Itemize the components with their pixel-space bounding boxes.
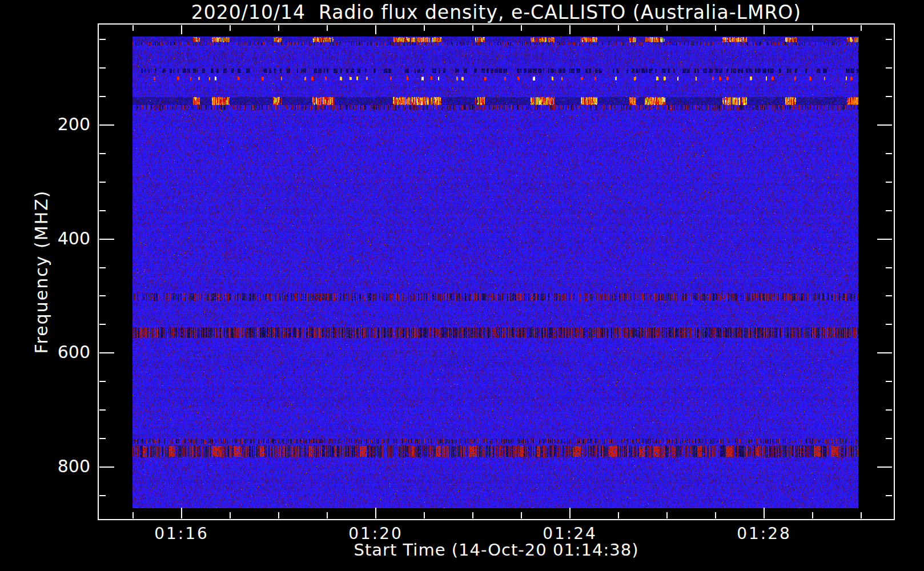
tick-mark bbox=[812, 512, 813, 518]
y-tick-label: 200 bbox=[23, 114, 90, 134]
tick-mark bbox=[715, 25, 716, 31]
tick-mark bbox=[877, 124, 892, 126]
tick-mark bbox=[99, 495, 106, 496]
tick-mark bbox=[99, 381, 106, 382]
tick-mark bbox=[99, 352, 114, 353]
tick-mark bbox=[375, 508, 376, 518]
tick-mark bbox=[618, 25, 619, 31]
tick-mark bbox=[877, 352, 892, 353]
tick-mark bbox=[99, 153, 106, 154]
tick-mark bbox=[181, 25, 182, 34]
tick-mark bbox=[327, 512, 328, 518]
tick-mark bbox=[99, 409, 106, 411]
tick-mark bbox=[715, 512, 716, 518]
tick-mark bbox=[327, 25, 328, 31]
tick-mark bbox=[521, 512, 522, 518]
tick-mark bbox=[618, 512, 619, 518]
tick-mark bbox=[132, 512, 134, 518]
tick-mark bbox=[861, 512, 862, 518]
plot-frame bbox=[98, 23, 895, 520]
tick-mark bbox=[666, 512, 668, 518]
chart-title: 2020/10/14 Radio flux density, e-CALLIST… bbox=[98, 1, 894, 23]
tick-mark bbox=[764, 508, 765, 518]
tick-mark bbox=[886, 267, 892, 268]
tick-mark bbox=[886, 438, 892, 439]
tick-mark bbox=[278, 25, 279, 31]
tick-mark bbox=[521, 25, 522, 31]
tick-mark bbox=[886, 182, 892, 183]
tick-mark bbox=[424, 512, 425, 518]
tick-mark bbox=[99, 324, 106, 325]
tick-mark bbox=[764, 25, 765, 34]
y-axis-label: Frequency (MHZ) bbox=[31, 190, 51, 354]
tick-mark bbox=[569, 25, 571, 34]
spectrogram-page: 2020/10/14 Radio flux density, e-CALLIST… bbox=[0, 0, 924, 571]
tick-mark bbox=[99, 467, 114, 468]
tick-mark bbox=[886, 39, 892, 40]
tick-mark bbox=[472, 512, 473, 518]
tick-mark bbox=[877, 239, 892, 240]
tick-mark bbox=[424, 25, 425, 31]
tick-mark bbox=[278, 512, 279, 518]
tick-mark bbox=[886, 409, 892, 411]
y-tick-label: 600 bbox=[23, 342, 90, 362]
tick-mark bbox=[877, 467, 892, 468]
tick-mark bbox=[886, 67, 892, 69]
tick-mark bbox=[99, 239, 114, 240]
tick-mark bbox=[886, 324, 892, 325]
tick-mark bbox=[812, 25, 813, 31]
tick-mark bbox=[569, 508, 571, 518]
tick-mark bbox=[886, 96, 892, 97]
tick-mark bbox=[886, 153, 892, 154]
tick-mark bbox=[886, 495, 892, 496]
tick-mark bbox=[99, 96, 106, 97]
tick-mark bbox=[666, 25, 668, 31]
y-tick-label: 400 bbox=[23, 228, 90, 248]
tick-mark bbox=[99, 267, 106, 268]
tick-mark bbox=[230, 512, 231, 518]
tick-mark bbox=[886, 295, 892, 296]
tick-mark bbox=[99, 210, 106, 211]
tick-mark bbox=[99, 39, 106, 40]
y-tick-label: 800 bbox=[23, 456, 90, 476]
tick-mark bbox=[99, 67, 106, 69]
tick-mark bbox=[886, 210, 892, 211]
tick-mark bbox=[181, 508, 182, 518]
x-axis-label: Start Time (14-Oct-20 01:14:38) bbox=[98, 540, 894, 560]
tick-mark bbox=[132, 25, 134, 31]
tick-mark bbox=[99, 182, 106, 183]
tick-mark bbox=[230, 25, 231, 31]
tick-mark bbox=[886, 381, 892, 382]
tick-mark bbox=[375, 25, 376, 34]
tick-mark bbox=[99, 295, 106, 296]
tick-mark bbox=[99, 438, 106, 439]
tick-mark bbox=[99, 124, 114, 126]
tick-mark bbox=[861, 25, 862, 31]
tick-mark bbox=[472, 25, 473, 31]
